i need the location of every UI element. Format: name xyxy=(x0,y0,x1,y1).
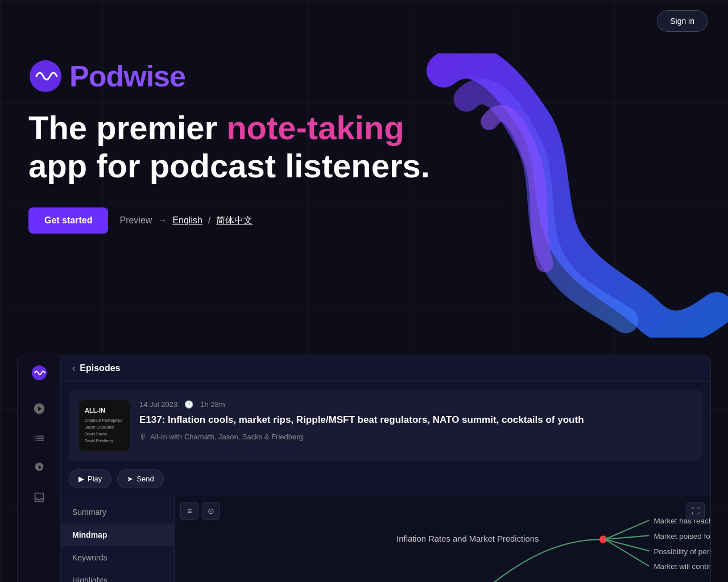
lang-english-link[interactable]: English xyxy=(172,215,202,226)
logo-area: Podwise xyxy=(28,59,700,93)
send-button[interactable]: ➤ Send xyxy=(117,469,163,488)
sidebar-icons xyxy=(18,355,61,582)
sidebar-inbox-icon[interactable] xyxy=(27,485,52,510)
preview-arrow: → xyxy=(158,215,167,226)
hero-section: Podwise The premier note-taking app for … xyxy=(0,42,728,338)
bottom-section: Summary Mindmap Keywords Highlights Tran… xyxy=(61,496,710,582)
send-icon: ➤ xyxy=(127,475,133,483)
episode-card: ALL-IN Chamath Palihapitiya Jason Calaca… xyxy=(69,390,702,462)
get-started-button[interactable]: Get started xyxy=(28,207,108,234)
action-buttons: ▶ Play ➤ Send xyxy=(61,469,710,496)
episode-meta: 14 Jul 2023 🕐 1h 28m xyxy=(139,400,692,409)
mindmap-list-view[interactable]: ≡ xyxy=(180,502,198,520)
cta-row: Get started Preview → English / 简体中文 xyxy=(28,207,700,234)
lang-divider: / xyxy=(208,215,210,226)
nav-highlights[interactable]: Highlights xyxy=(61,569,174,582)
app-preview: ‹ Episodes ALL-IN Chamath Palihapitiya J… xyxy=(17,355,711,582)
svg-text:Jason Calacanis: Jason Calacanis xyxy=(85,425,114,429)
svg-text:Market will continue to rise: Market will continue to rise xyxy=(653,562,710,571)
headline-before: The premier xyxy=(28,109,226,146)
nav-sidebar: Summary Mindmap Keywords Highlights Tran… xyxy=(61,496,175,582)
nav-mindmap[interactable]: Mindmap xyxy=(61,523,174,546)
episode-title: E137: Inflation cools, market rips, Ripp… xyxy=(139,413,692,427)
svg-text:Chamath Palihapitiya: Chamath Palihapitiya xyxy=(85,418,122,423)
mindmap-node-view[interactable]: ⊙ xyxy=(202,502,220,520)
sidebar-logo-icon xyxy=(31,364,48,385)
episode-info: 14 Jul 2023 🕐 1h 28m E137: Inflation coo… xyxy=(139,400,692,441)
nav-keywords[interactable]: Keywords xyxy=(61,546,174,569)
svg-text:Market poised for significant : Market poised for significant upward mov… xyxy=(653,532,710,541)
play-icon: ▶ xyxy=(78,475,84,483)
preview-label: Preview xyxy=(119,215,152,226)
headline-highlight: note-taking xyxy=(226,109,404,146)
svg-text:David Friedberg: David Friedberg xyxy=(85,439,113,443)
svg-text:Possibility of persistently hi: Possibility of persistently higher inter… xyxy=(653,547,710,556)
podcast-name: All-In with Chamath, Jason, Sacks & Frie… xyxy=(150,433,303,441)
wave-decoration xyxy=(398,53,728,338)
episode-podcast: 🎙 All-In with Chamath, Jason, Sacks & Fr… xyxy=(139,433,692,441)
app-inner: ‹ Episodes ALL-IN Chamath Palihapitiya J… xyxy=(18,355,710,582)
page-header: Sign in xyxy=(0,0,728,42)
mindmap-area: ≡ ⊙ ⛶ Inflation Rates and Market Predict… xyxy=(175,496,710,582)
mindmap-toolbar: ≡ ⊙ xyxy=(180,502,220,520)
svg-text:Inflation Rates and Market Pre: Inflation Rates and Market Predictions xyxy=(396,534,539,543)
nav-summary[interactable]: Summary xyxy=(61,501,174,523)
play-label: Play xyxy=(88,475,102,483)
clock-icon: 🕐 xyxy=(184,400,193,409)
svg-text:David Sacks: David Sacks xyxy=(85,432,107,436)
sign-in-button[interactable]: Sign in xyxy=(657,10,708,32)
sidebar-recent-icon[interactable] xyxy=(27,396,52,421)
headline-after: app for podcast listeners. xyxy=(28,147,430,184)
episode-thumbnail: ALL-IN Chamath Palihapitiya Jason Calaca… xyxy=(79,400,130,451)
episodes-header: ‹ Episodes xyxy=(61,355,710,382)
episode-date: 14 Jul 2023 xyxy=(139,400,177,409)
podcast-icon: 🎙 xyxy=(139,433,147,441)
back-arrow-icon[interactable]: ‹ xyxy=(72,363,75,373)
mindmap-svg: Inflation Rates and Market Predictions M… xyxy=(175,496,710,582)
logo-text: Podwise xyxy=(69,59,185,93)
sidebar-podcasts-icon[interactable] xyxy=(27,455,52,480)
mindmap-expand-button[interactable]: ⛶ xyxy=(686,502,705,520)
play-button[interactable]: ▶ Play xyxy=(69,469,111,488)
logo-icon xyxy=(28,59,63,93)
send-label: Send xyxy=(136,475,154,483)
episodes-title: Episodes xyxy=(80,363,120,373)
main-content: ‹ Episodes ALL-IN Chamath Palihapitiya J… xyxy=(61,355,710,582)
preview-row: Preview → English / 简体中文 xyxy=(119,215,253,227)
svg-text:ALL-IN: ALL-IN xyxy=(85,407,105,414)
sidebar-stats-icon[interactable] xyxy=(27,426,52,451)
hero-headline: The premier note-taking app for podcast … xyxy=(28,109,438,185)
lang-chinese-link[interactable]: 简体中文 xyxy=(216,215,253,227)
episode-duration: 1h 28m xyxy=(200,400,225,409)
svg-line-13 xyxy=(605,539,649,566)
svg-line-12 xyxy=(605,539,649,551)
